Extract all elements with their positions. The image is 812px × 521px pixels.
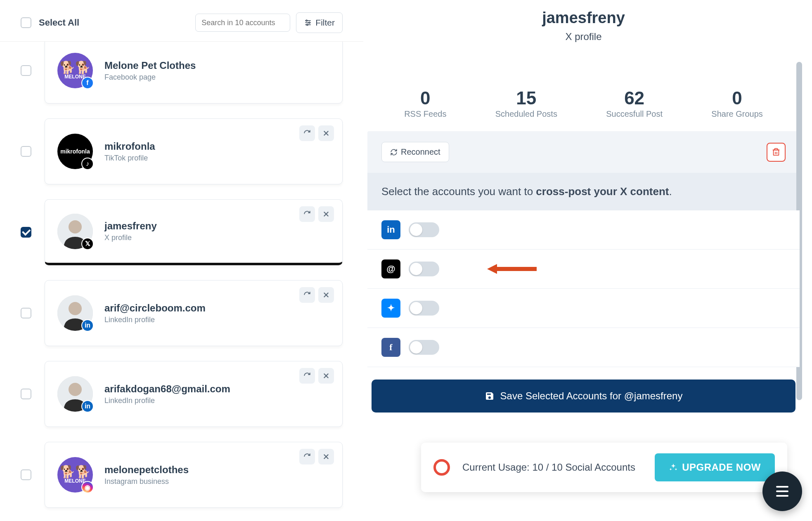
crosspost-item-linkedin: in xyxy=(367,210,800,250)
refresh-icon xyxy=(303,210,311,218)
refresh-button[interactable] xyxy=(299,368,315,384)
account-type: X profile xyxy=(104,233,157,242)
avatar: 𝕏 xyxy=(57,214,93,249)
linkedin-badge-icon: in xyxy=(81,319,94,332)
action-row: Reconnect xyxy=(367,131,800,173)
remove-button[interactable] xyxy=(318,368,334,384)
reconnect-button[interactable]: Reconnect xyxy=(381,142,449,162)
refresh-icon xyxy=(303,291,311,299)
account-checkbox[interactable] xyxy=(21,469,31,480)
avatar: mikrofonla♪ xyxy=(57,134,93,169)
stat: 0RSS Feeds xyxy=(404,88,446,119)
close-icon xyxy=(322,210,330,218)
save-label: Save Selected Accounts for @jamesfreny xyxy=(500,390,683,402)
accounts-panel: Select All Filter 🐕🐕MELONEfMelone Pet Cl… xyxy=(0,0,363,521)
stat-label: RSS Feeds xyxy=(404,109,446,119)
refresh-icon xyxy=(303,372,311,380)
stat-value: 0 xyxy=(404,88,446,108)
avatar: in xyxy=(57,295,93,331)
stat: 0Share Groups xyxy=(711,88,763,119)
filter-icon xyxy=(304,19,312,27)
account-row: 🐕🐕MELONEfMelone Pet ClothesFacebook page xyxy=(0,42,363,104)
select-all-checkbox[interactable] xyxy=(21,17,31,28)
accounts-list[interactable]: 🐕🐕MELONEfMelone Pet ClothesFacebook page… xyxy=(0,42,363,521)
account-checkbox[interactable] xyxy=(21,146,31,157)
remove-button[interactable] xyxy=(318,125,334,141)
svg-point-17 xyxy=(69,302,82,315)
upgrade-button[interactable]: UPGRADE NOW xyxy=(655,453,775,481)
facebook-icon: f xyxy=(381,338,400,357)
close-icon xyxy=(322,130,330,137)
upgrade-label: UPGRADE NOW xyxy=(682,462,761,473)
account-card[interactable]: mikrofonla♪mikrofonlaTikTok profile xyxy=(45,118,343,184)
account-checkbox[interactable] xyxy=(21,308,31,318)
stats-row: 0RSS Feeds15Scheduled Posts62Succesfull … xyxy=(363,59,804,131)
refresh-button[interactable] xyxy=(299,125,315,141)
detail-panel: jamesfreny X profile 0RSS Feeds15Schedul… xyxy=(363,0,812,521)
remove-button[interactable] xyxy=(318,287,334,303)
stat-value: 15 xyxy=(495,88,557,108)
delete-button[interactable] xyxy=(767,143,786,162)
filter-button[interactable]: Filter xyxy=(296,12,343,33)
account-card[interactable]: inarifakdogan68@gmail.comLinkedIn profil… xyxy=(45,361,343,427)
facebook-badge-icon: f xyxy=(81,77,94,89)
crosspost-item-facebook: f xyxy=(367,328,800,367)
crosspost-panel: Select the accounts you want to cross-po… xyxy=(367,173,800,367)
account-card[interactable]: 🐕🐕MELONEfMelone Pet ClothesFacebook page xyxy=(45,42,343,104)
account-row: inarifakdogan68@gmail.comLinkedIn profil… xyxy=(0,361,363,427)
refresh-icon xyxy=(303,453,311,460)
refresh-button[interactable] xyxy=(299,287,315,303)
svg-point-13 xyxy=(69,220,82,233)
crosspost-item-threads: @ xyxy=(367,250,800,289)
remove-button[interactable] xyxy=(318,206,334,222)
toggle-facebook[interactable] xyxy=(409,340,439,355)
usage-ring-icon xyxy=(433,459,450,476)
profile-header: jamesfreny X profile xyxy=(363,0,804,59)
svg-point-6 xyxy=(309,22,310,23)
account-checkbox[interactable] xyxy=(21,389,31,399)
account-type: TikTok profile xyxy=(104,154,155,163)
instagram-badge-icon: ◉ xyxy=(81,481,94,493)
account-type: Instagram business xyxy=(104,477,189,486)
list-header: Select All Filter xyxy=(0,0,363,42)
usage-text: Current Usage: 10 / 10 Social Accounts xyxy=(462,462,635,473)
stat-label: Succesfull Post xyxy=(606,109,663,119)
account-checkbox[interactable] xyxy=(21,65,31,76)
reconnect-label: Reconnect xyxy=(401,147,440,157)
close-icon xyxy=(322,372,330,380)
refresh-button[interactable] xyxy=(299,206,315,222)
save-button[interactable]: Save Selected Accounts for @jamesfreny xyxy=(372,380,795,413)
svg-rect-24 xyxy=(774,150,779,155)
profile-title: jamesfreny xyxy=(363,9,804,27)
account-row: inarif@circleboom.comLinkedIn profile xyxy=(0,280,363,346)
avatar: 🐕🐕MELONEf xyxy=(57,53,93,88)
toggle-linkedin[interactable] xyxy=(409,222,439,237)
stat-label: Scheduled Posts xyxy=(495,109,557,119)
search-box[interactable] xyxy=(195,14,290,32)
search-input[interactable] xyxy=(201,19,297,27)
svg-marker-28 xyxy=(487,264,497,274)
account-card[interactable]: 𝕏jamesfrenyX profile xyxy=(45,199,343,265)
account-name: mikrofonla xyxy=(104,141,155,152)
trash-icon xyxy=(772,148,781,157)
account-checkbox[interactable] xyxy=(21,227,31,238)
account-name: melonepetclothes xyxy=(104,464,189,476)
account-name: Melone Pet Clothes xyxy=(104,60,196,71)
account-card[interactable]: 🐕🐕MELONE◉melonepetclothesInstagram busin… xyxy=(45,442,343,508)
usage-bar: Current Usage: 10 / 10 Social Accounts U… xyxy=(421,443,787,492)
refresh-button[interactable] xyxy=(299,449,315,464)
svg-point-5 xyxy=(306,20,307,21)
account-row: 🐕🐕MELONE◉melonepetclothesInstagram busin… xyxy=(0,442,363,508)
refresh-icon xyxy=(303,130,311,137)
avatar: in xyxy=(57,376,93,412)
account-card[interactable]: inarif@circleboom.comLinkedIn profile xyxy=(45,280,343,346)
linkedin-icon: in xyxy=(381,220,400,239)
menu-fab[interactable] xyxy=(762,471,802,511)
save-icon xyxy=(485,391,495,401)
toggle-threads[interactable] xyxy=(409,262,439,276)
account-type: Facebook page xyxy=(104,73,196,82)
remove-button[interactable] xyxy=(318,449,334,464)
avatar: 🐕🐕MELONE◉ xyxy=(57,457,93,493)
profile-subtitle: X profile xyxy=(363,31,804,42)
toggle-bluesky[interactable] xyxy=(409,301,439,316)
